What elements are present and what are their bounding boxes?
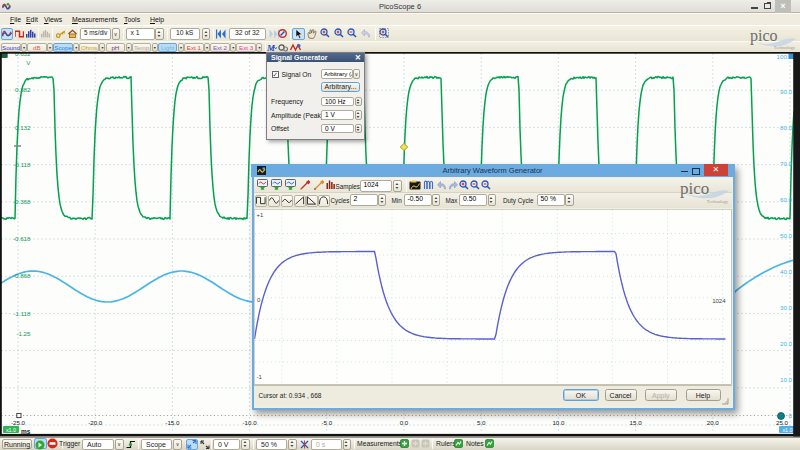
svg-text:x1.0: x1.0: [782, 427, 792, 433]
svg-text:1024: 1024: [712, 298, 726, 304]
svg-text:x1.0: x1.0: [6, 427, 16, 433]
svg-text:10.0: 10.0: [552, 419, 565, 426]
svg-text:-20.0: -20.0: [88, 419, 103, 426]
svg-text:-15.0: -15.0: [165, 419, 180, 426]
svg-text:-1.25: -1.25: [16, 330, 31, 337]
svg-text:0: 0: [789, 412, 793, 419]
svg-text:60.0: 60.0: [780, 196, 793, 203]
svg-text:0.132: 0.132: [15, 124, 31, 131]
svg-text:ms: ms: [21, 428, 31, 435]
svg-text:0.382: 0.382: [15, 86, 31, 93]
svg-text:+1: +1: [256, 212, 264, 218]
svg-text:15.0: 15.0: [630, 419, 643, 426]
svg-text:-1: -1: [256, 374, 262, 380]
svg-text:90.0: 90.0: [780, 88, 793, 95]
svg-text:20.0: 20.0: [780, 340, 793, 347]
svg-text:0.0: 0.0: [400, 419, 409, 426]
svg-text:40.0: 40.0: [780, 268, 793, 275]
svg-text:10.0: 10.0: [780, 376, 793, 383]
svg-text:30.0: 30.0: [780, 304, 793, 311]
svg-text:5.0: 5.0: [477, 419, 486, 426]
svg-text:-0.368: -0.368: [13, 198, 31, 205]
svg-text:20.0: 20.0: [707, 419, 720, 426]
svg-text:Technology: Technology: [774, 45, 796, 50]
svg-text:pico: pico: [680, 179, 709, 198]
svg-text:80.0: 80.0: [780, 124, 793, 131]
svg-text:pico: pico: [750, 27, 778, 45]
svg-text:-0.868: -0.868: [13, 272, 31, 279]
svg-text:70.0: 70.0: [780, 160, 793, 167]
svg-text:-25.0: -25.0: [11, 419, 26, 426]
svg-text:-0.618: -0.618: [13, 235, 31, 242]
svg-text:-0.118: -0.118: [13, 161, 31, 168]
svg-text:-1.118: -1.118: [13, 310, 31, 317]
svg-text:Technology: Technology: [706, 199, 728, 204]
svg-text:50.0: 50.0: [780, 232, 793, 239]
svg-text:-10.0: -10.0: [243, 419, 258, 426]
svg-text:-5.0: -5.0: [321, 419, 332, 426]
